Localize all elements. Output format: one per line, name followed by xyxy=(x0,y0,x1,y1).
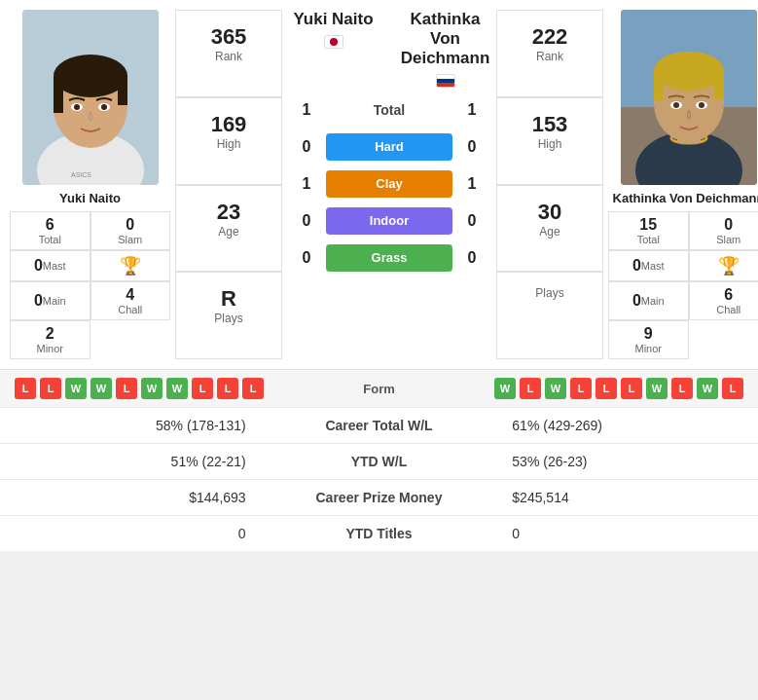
stats-row: 0 YTD Titles 0 xyxy=(0,516,758,552)
form-badge-right: W xyxy=(545,378,566,399)
hard-left-score: 0 xyxy=(287,138,326,156)
right-main-value: 0 xyxy=(632,292,641,310)
right-chall-cell: 6 Chall xyxy=(689,281,759,320)
player-left: ASICS Yuki Naito 6 Total 0 Slam 0 Mast xyxy=(10,10,170,359)
left-age-value: 23 xyxy=(184,200,273,225)
left-rank-value: 365 xyxy=(184,24,273,50)
clay-button[interactable]: Clay xyxy=(326,170,452,198)
player-photo-left: ASICS xyxy=(22,10,159,185)
left-slam-value: 0 xyxy=(93,216,168,234)
player-stats-left: 6 Total 0 Slam 0 Mast 🏆 0 Main xyxy=(10,211,170,359)
right-age-value: 30 xyxy=(505,200,595,225)
right-chall-label: Chall xyxy=(692,304,759,315)
indoor-button[interactable]: Indoor xyxy=(326,207,452,235)
clay-left-score: 1 xyxy=(287,175,326,193)
form-badge-left: W xyxy=(65,378,87,399)
right-total-label: Total xyxy=(611,234,686,245)
svg-rect-6 xyxy=(118,76,127,105)
left-total-value: 6 xyxy=(13,216,88,234)
left-high-box: 169 High xyxy=(175,97,282,185)
stats-row: $144,693 Career Prize Money $245,514 xyxy=(0,480,758,516)
left-main-cell: 0 Main xyxy=(10,281,90,320)
player-name-right: Kathinka Von Deichmann xyxy=(613,191,758,205)
stats-center-label: YTD W/L xyxy=(266,444,493,480)
right-rank-value: 222 xyxy=(505,24,595,50)
right-mast-value: 0 xyxy=(632,257,641,275)
stats-left-val: 0 xyxy=(0,516,266,552)
svg-text:ASICS: ASICS xyxy=(71,171,91,178)
form-section: LLWWLWWLLL Form WLWLLLWLWL xyxy=(0,369,758,407)
svg-point-24 xyxy=(673,102,679,108)
right-plays-label: Plays xyxy=(505,286,595,300)
left-slam-cell: 0 Slam xyxy=(90,211,171,250)
left-minor-label: Minor xyxy=(13,343,88,354)
form-badge-right: W xyxy=(697,378,718,399)
left-trophy-icon: 🏆 xyxy=(120,255,141,276)
stats-center-label: Career Total W/L xyxy=(266,408,493,444)
left-chall-label: Chall xyxy=(93,304,168,315)
stats-table: 58% (178-131) Career Total W/L 61% (429-… xyxy=(0,407,758,551)
form-badge-right: L xyxy=(722,378,743,399)
stats-left-val: 58% (178-131) xyxy=(0,408,266,444)
form-right: WLWLLLWLWL xyxy=(444,378,744,399)
form-left: LLWWLWWLLL xyxy=(15,378,315,399)
form-badge-right: L xyxy=(570,378,592,399)
player-names-row: Yuki Naito Kathinka Von Deichmann xyxy=(287,10,491,88)
total-left-score: 1 xyxy=(287,101,326,119)
right-mast-label: Mast xyxy=(641,260,665,272)
right-rank-label: Rank xyxy=(505,50,595,63)
right-total-value: 15 xyxy=(611,216,686,234)
right-trophy-icon-cell: 🏆 xyxy=(689,250,759,281)
form-badge-left: L xyxy=(242,378,264,399)
form-badge-left: L xyxy=(15,378,36,399)
total-row: 1 Total 1 xyxy=(287,92,491,129)
left-high-label: High xyxy=(184,137,273,151)
right-main-label: Main xyxy=(641,295,665,307)
svg-rect-20 xyxy=(654,71,664,100)
right-high-value: 153 xyxy=(505,112,595,137)
stats-left-val: $144,693 xyxy=(0,480,266,516)
left-mast-label: Mast xyxy=(43,260,66,272)
right-name-center: Kathinka Von Deichmann xyxy=(399,10,491,88)
right-chall-value: 6 xyxy=(692,286,759,304)
hard-button[interactable]: Hard xyxy=(326,133,452,161)
top-section: ASICS Yuki Naito 6 Total 0 Slam 0 Mast xyxy=(0,0,758,369)
middle-stats-right: 222 Rank 153 High 30 Age Plays xyxy=(496,10,603,359)
stats-right-val: 61% (429-269) xyxy=(492,408,758,444)
japan-flag xyxy=(324,35,343,49)
left-chall-value: 4 xyxy=(93,286,168,304)
player-photo-right xyxy=(621,10,757,185)
right-mast-cell: 0 Mast xyxy=(608,250,689,281)
hard-row: 0 Hard 0 xyxy=(287,129,491,166)
stats-row: 51% (22-21) YTD W/L 53% (26-23) xyxy=(0,444,758,480)
svg-rect-5 xyxy=(54,76,63,113)
right-trophy-icon: 🏆 xyxy=(718,255,740,276)
left-trophy-icon-cell: 🏆 xyxy=(90,250,171,281)
center-section: Yuki Naito Kathinka Von Deichmann 1 xyxy=(287,10,491,359)
form-badge-right: W xyxy=(646,378,668,399)
form-badge-left: L xyxy=(192,378,213,399)
player-name-left: Yuki Naito xyxy=(59,191,121,205)
left-name-center: Yuki Naito xyxy=(287,10,379,49)
indoor-row: 0 Indoor 0 xyxy=(287,203,491,239)
total-right-score: 1 xyxy=(452,101,491,119)
svg-point-19 xyxy=(654,52,724,91)
svg-point-4 xyxy=(54,55,127,97)
form-badge-left: W xyxy=(90,378,112,399)
form-badge-right: L xyxy=(596,378,617,399)
right-flag-container xyxy=(399,72,491,88)
grass-right-score: 0 xyxy=(452,249,491,267)
form-badge-left: L xyxy=(40,378,61,399)
grass-row: 0 Grass 0 xyxy=(287,239,491,276)
grass-button[interactable]: Grass xyxy=(326,244,452,272)
svg-point-10 xyxy=(101,104,107,110)
left-total-label: Total xyxy=(13,234,88,245)
clay-right-score: 1 xyxy=(452,175,491,193)
stats-row: 58% (178-131) Career Total W/L 61% (429-… xyxy=(0,408,758,444)
left-high-value: 169 xyxy=(184,112,273,137)
right-age-label: Age xyxy=(505,225,595,239)
right-high-box: 153 High xyxy=(496,97,603,185)
right-total-cell: 15 Total xyxy=(608,211,689,250)
form-badge-right: L xyxy=(671,378,693,399)
form-badge-right: L xyxy=(520,378,541,399)
